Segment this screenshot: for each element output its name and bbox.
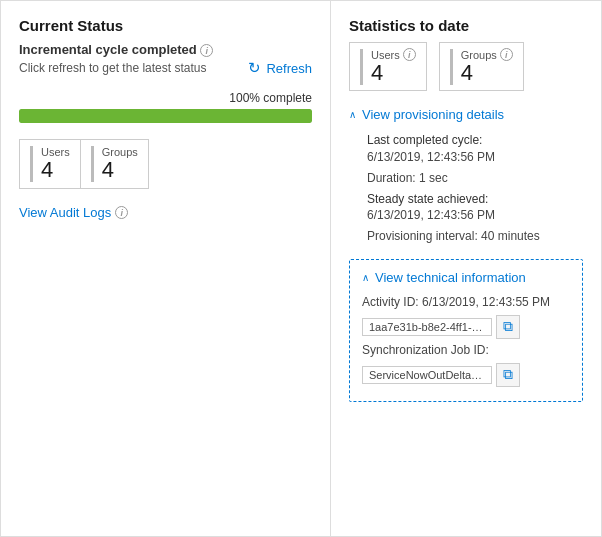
cycle-label: Incremental cycle completed i: [19, 42, 312, 57]
refresh-label: Refresh: [266, 61, 312, 76]
progress-label: 100% complete: [19, 91, 312, 105]
provisioning-section-label: View provisioning details: [362, 107, 504, 122]
tech-section-header[interactable]: ∧ View technical information: [362, 270, 570, 285]
interval-detail: Provisioning interval: 40 minutes: [367, 228, 583, 245]
right-stats-row: Users i 4 Groups i 4: [349, 42, 583, 91]
activity-id-copy-button[interactable]: ⧉: [496, 315, 520, 339]
refresh-icon: ↻: [248, 59, 261, 77]
stat-bar-decoration-2: [91, 146, 94, 182]
right-groups-info-icon[interactable]: i: [500, 48, 513, 61]
sync-job-input: ServiceNowOutDelta.3...: [362, 366, 492, 384]
activity-id-row: 1aa7e31b-b8e2-4ff1-9... ⧉: [362, 315, 570, 339]
audit-info-icon[interactable]: i: [115, 206, 128, 219]
left-users-stat: Users 4: [19, 139, 81, 189]
tech-section-label: View technical information: [375, 270, 526, 285]
progress-bar-fill: [19, 109, 312, 123]
left-groups-value: 4: [102, 158, 138, 182]
main-container: Current Status Incremental cycle complet…: [0, 0, 602, 537]
right-users-info-icon[interactable]: i: [403, 48, 416, 61]
last-cycle-detail: Last completed cycle: 6/13/2019, 12:43:5…: [367, 132, 583, 166]
stat-bar-decoration: [30, 146, 33, 182]
sync-job-row: ServiceNowOutDelta.3... ⧉: [362, 363, 570, 387]
progress-bar: [19, 109, 312, 123]
refresh-hint: Click refresh to get the latest status: [19, 61, 206, 75]
right-users-stat: Users i 4: [349, 42, 427, 91]
audit-logs-link[interactable]: View Audit Logs i: [19, 205, 312, 220]
refresh-button[interactable]: ↻ Refresh: [248, 59, 312, 77]
sync-job-copy-button[interactable]: ⧉: [496, 363, 520, 387]
left-panel-title: Current Status: [19, 17, 312, 34]
activity-id-label: Activity ID: 6/13/2019, 12:43:55 PM: [362, 295, 570, 309]
right-stat-bar-1: [360, 49, 363, 85]
tech-section: ∧ View technical information Activity ID…: [349, 259, 583, 402]
provisioning-chevron-icon: ∧: [349, 109, 356, 120]
left-stats-row: Users 4 Groups 4: [19, 139, 312, 189]
left-groups-stat: Groups 4: [81, 139, 149, 189]
tech-chevron-icon: ∧: [362, 272, 369, 283]
copy-icon-2: ⧉: [503, 366, 513, 383]
provisioning-details: Last completed cycle: 6/13/2019, 12:43:5…: [367, 132, 583, 245]
duration-detail: Duration: 1 sec: [367, 170, 583, 187]
right-panel: Statistics to date Users i 4 Groups i: [331, 1, 601, 536]
right-groups-value: 4: [461, 61, 513, 85]
right-groups-stat: Groups i 4: [439, 42, 524, 91]
right-stat-bar-2: [450, 49, 453, 85]
left-panel: Current Status Incremental cycle complet…: [1, 1, 331, 536]
right-panel-title: Statistics to date: [349, 17, 583, 34]
activity-id-input: 1aa7e31b-b8e2-4ff1-9...: [362, 318, 492, 336]
sync-job-label: Synchronization Job ID:: [362, 343, 570, 357]
provisioning-section-header[interactable]: ∧ View provisioning details: [349, 107, 583, 122]
copy-icon-1: ⧉: [503, 318, 513, 335]
right-users-value: 4: [371, 61, 416, 85]
refresh-row: Click refresh to get the latest status ↻…: [19, 59, 312, 77]
steady-state-detail: Steady state achieved: 6/13/2019, 12:43:…: [367, 191, 583, 225]
cycle-info-icon[interactable]: i: [200, 44, 213, 57]
left-users-value: 4: [41, 158, 70, 182]
